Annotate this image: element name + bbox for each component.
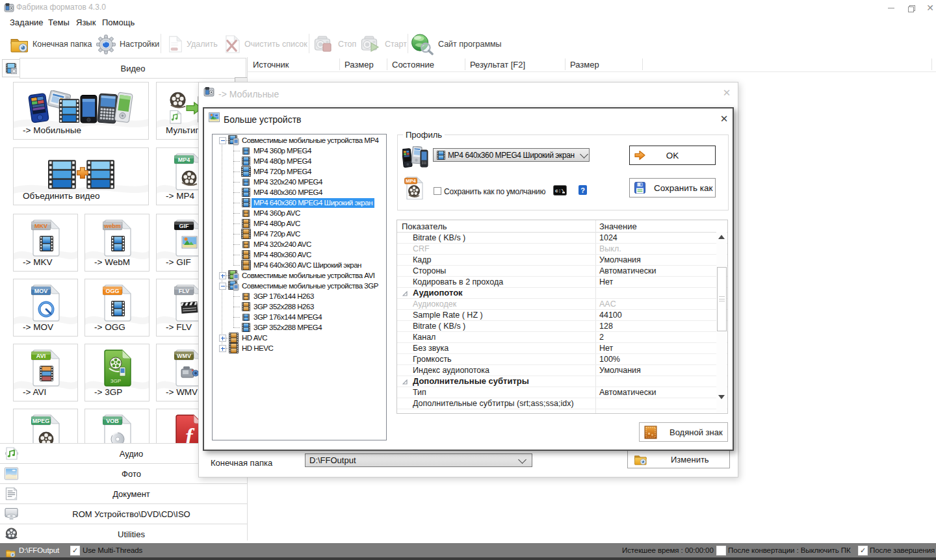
tree-item[interactable]: HD AVC: [213, 333, 386, 343]
profile-combobox-value: MP4 640x360 MPEG4 Широкий экран: [448, 151, 575, 160]
help-icon[interactable]: ?: [578, 185, 587, 195]
save-as-button[interactable]: Сохранить как: [629, 178, 716, 197]
cmd-icon[interactable]: c:\: [553, 185, 567, 196]
format-card-ogg[interactable]: OGG-> OGG: [84, 279, 150, 337]
tree-item[interactable]: MP4 360p MPEG4: [213, 146, 386, 156]
section-collapse-icon[interactable]: [402, 291, 408, 296]
tree-item[interactable]: MP4 480x360 MPEG4: [213, 187, 386, 197]
column-header-2[interactable]: Размер: [344, 57, 374, 71]
params-row[interactable]: СтороныАвтоматически: [397, 265, 727, 277]
window-bottom-edge: [0, 557, 936, 560]
tab-rom-device[interactable]: ROM Устройство\DVD\CD\ISO: [0, 503, 247, 524]
menu-item-3[interactable]: Язык: [76, 18, 96, 27]
params-row[interactable]: Sample Rate ( HZ )44100: [397, 309, 727, 321]
film-orange-sm-icon: [242, 210, 250, 217]
format-card-mobile-devices[interactable]: -> Мобильные: [13, 82, 149, 140]
tab-document[interactable]: Документ: [0, 483, 247, 504]
save-default-checkbox[interactable]: [434, 187, 441, 195]
params-row[interactable]: Bitrate ( KB/s )128: [397, 320, 727, 332]
close-button[interactable]: ✕: [920, 0, 936, 16]
toolbar-button-website[interactable]: Сайт программы: [411, 34, 502, 55]
format-card-avi[interactable]: AVI-> AVI: [13, 344, 78, 401]
tree-item[interactable]: Совместимые мобильные устройства AVI: [213, 270, 386, 281]
tree-item[interactable]: MP4 640x360 AVC Широкий экран: [213, 260, 386, 270]
video-tab-icon-box[interactable]: [2, 59, 20, 77]
tree-item[interactable]: Совместимые мобильные устройства 3GP: [213, 281, 386, 291]
params-row[interactable]: Индекс аудиопотокаУмолчания: [397, 364, 727, 376]
format-card-webm[interactable]: webm-> WebM: [84, 214, 150, 272]
params-scrollbar[interactable]: [716, 232, 727, 413]
watermark-button[interactable]: Водяной знак: [639, 422, 728, 442]
tree-item[interactable]: MP4 480p AVC: [213, 218, 386, 229]
output-folder-label: Конечная папка: [211, 458, 272, 468]
scroll-up-icon[interactable]: [718, 235, 725, 240]
multi-threads-checkbox[interactable]: ✓: [70, 546, 80, 555]
thumb-grip-icon: [719, 296, 725, 299]
column-header-1[interactable]: Источник: [253, 57, 289, 71]
tree-item[interactable]: 3GP 176x144 H263: [213, 291, 386, 301]
tree-item[interactable]: MP4 720p MPEG4: [213, 166, 386, 177]
tree-item[interactable]: 3GP 176x144 MPEG4: [213, 312, 386, 322]
params-row[interactable]: АудиокодекAAC: [397, 298, 727, 310]
tree-item[interactable]: 3GP 352x288 MPEG4: [213, 322, 386, 333]
card-label: -> Мобильные: [23, 125, 81, 135]
params-section-row[interactable]: Дополнительные субтитры: [397, 375, 727, 387]
params-row[interactable]: КадрУмолчания: [397, 254, 727, 266]
minimize-button[interactable]: [881, 0, 901, 16]
params-row[interactable]: ТипАвтоматически: [397, 387, 727, 398]
check-icon: ✓: [860, 547, 866, 554]
tree-item[interactable]: MP4 320x240 MPEG4: [213, 177, 386, 187]
dialog-close-button[interactable]: ✕: [719, 86, 734, 99]
format-card-3gp[interactable]: 3GP-> 3GP: [84, 344, 150, 401]
tree-item[interactable]: 3GP 352x288 H263: [213, 301, 386, 312]
tree-connector-line: [233, 213, 240, 214]
maximize-button[interactable]: [901, 0, 920, 16]
change-folder-button[interactable]: Изменить: [627, 450, 730, 468]
params-row[interactable]: Кодировать в 2 проходаНет: [397, 276, 727, 288]
params-row[interactable]: Громкость100%: [397, 353, 727, 365]
ok-button[interactable]: OK: [629, 146, 716, 165]
shutdown-checkbox[interactable]: [716, 546, 726, 555]
toolbar-button-settings-gear[interactable]: Настройки: [96, 34, 159, 55]
column-header-5[interactable]: Размер: [570, 57, 599, 71]
tree-item[interactable]: HD HEVC: [213, 343, 386, 353]
format-card-mov[interactable]: MOV-> MOV: [13, 279, 78, 337]
params-scrollbar-thumb[interactable]: [717, 267, 727, 331]
tree-item[interactable]: MP4 480p MPEG4: [213, 156, 386, 166]
menu-item-1[interactable]: Задание: [10, 18, 44, 27]
tab-label: ROM Устройство\DVD\CD\ISO: [16, 504, 247, 524]
join-video-icon: [48, 160, 114, 189]
after-done-checkbox[interactable]: ✓: [858, 546, 868, 555]
tree-item[interactable]: MP4 320x240 AVC: [213, 239, 386, 249]
scroll-down-icon[interactable]: [718, 394, 725, 400]
params-row[interactable]: Без звукаНет: [397, 342, 727, 354]
tree-connector-line: [233, 265, 240, 266]
menu-item-4[interactable]: Помощь: [102, 18, 135, 27]
menu-item-2[interactable]: Темы: [48, 18, 70, 27]
params-row[interactable]: Дополнительные субтитры (srt;ass;ssa;idx…: [397, 398, 727, 409]
card-label: -> MP4: [166, 191, 194, 201]
tree-item[interactable]: MP4 480x360 AVC: [213, 249, 386, 260]
section-collapse-icon[interactable]: [402, 379, 408, 385]
params-row[interactable]: CRFВыкл.: [397, 243, 727, 255]
tree-item[interactable]: MP4 640x360 MPEG4 Широкий экран: [213, 197, 386, 208]
params-column-name: Показатель: [402, 222, 447, 231]
tree-item[interactable]: MP4 360p AVC: [213, 208, 386, 218]
status-bar: D:\FFOutput✓Use Multi-ThreadsИстекшее вр…: [0, 543, 936, 557]
output-folder-combobox[interactable]: D:\FFOutput: [305, 453, 532, 467]
params-row[interactable]: Bitrate ( KB/s )1024: [397, 232, 727, 244]
params-section-row[interactable]: Аудиопоток: [397, 287, 727, 299]
format-card-join-video[interactable]: Объединить видео: [13, 147, 149, 205]
tree-item[interactable]: MP4 720p AVC: [213, 229, 386, 239]
tab-video[interactable]: Видео: [20, 58, 246, 79]
tab-utilities[interactable]: Utilities: [0, 524, 247, 544]
column-header-4[interactable]: Результат [F2]: [470, 57, 525, 71]
param-value: Нет: [599, 344, 613, 353]
column-header-3[interactable]: Состояние: [392, 57, 434, 71]
params-row[interactable]: Канал2: [397, 331, 727, 343]
profile-combobox[interactable]: MP4 640x360 MPEG4 Широкий экран: [433, 148, 590, 162]
format-card-mkv[interactable]: MKV-> MKV: [13, 214, 78, 272]
dialog-close-button[interactable]: ✕: [717, 112, 731, 125]
tree-item[interactable]: Совместимые мобильные устройства MP4: [213, 135, 386, 146]
toolbar-button-output-folder[interactable]: Конечная папка: [10, 36, 92, 53]
